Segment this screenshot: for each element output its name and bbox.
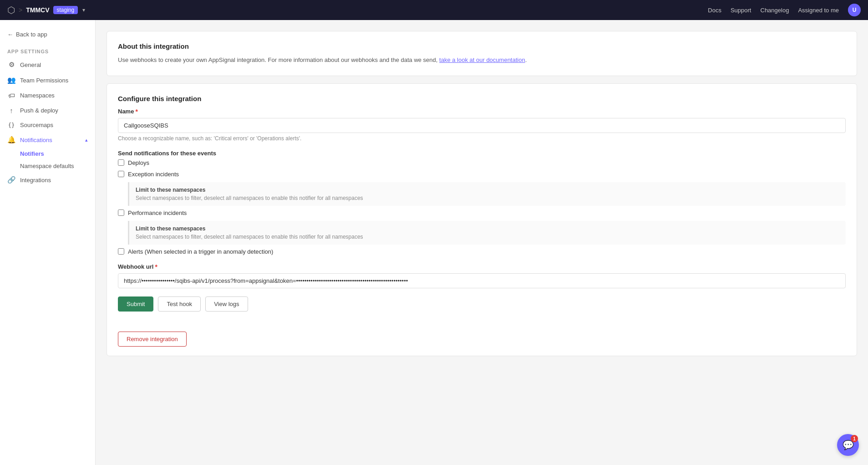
layout: ← Back to app APP SETTINGS ⚙ General 👥 T… xyxy=(0,20,868,465)
webhook-required-star: * xyxy=(155,263,157,271)
chat-bubble[interactable]: 💬 1 xyxy=(837,434,859,456)
deploys-checkbox[interactable] xyxy=(118,159,124,166)
name-required-star: * xyxy=(135,108,137,115)
main-content: About this integration Use webhooks to c… xyxy=(96,20,868,465)
sidebar-item-label-team-permissions: Team Permissions xyxy=(20,77,68,84)
alerts-label: Alerts (When selected in a trigger in an… xyxy=(128,248,273,255)
sidebar-item-integrations[interactable]: 🔗 Integrations xyxy=(0,172,95,188)
sidebar-item-label-notifications: Notifications xyxy=(20,137,52,143)
team-icon: 👥 xyxy=(7,76,15,84)
bell-icon: 🔔 xyxy=(7,136,15,144)
webhook-input[interactable] xyxy=(118,273,846,288)
assigned-to-me-link[interactable]: Assigned to me xyxy=(798,7,839,14)
env-badge[interactable]: staging xyxy=(53,6,78,14)
about-description: Use webhooks to create your own AppSigna… xyxy=(118,56,846,65)
performance-label: Performance incidents xyxy=(128,210,187,216)
name-hint: Choose a recognizable name, such as: 'Cr… xyxy=(118,135,846,142)
chevron-up-icon: ▴ xyxy=(85,137,88,143)
namespace-limit-box-2: Limit to these namespaces Select namespa… xyxy=(128,221,846,245)
alerts-checkbox-label[interactable]: Alerts (When selected in a trigger in an… xyxy=(118,248,846,255)
top-nav: ⬡ > TMMCV staging ▾ Docs Support Changel… xyxy=(0,0,868,20)
sidebar-item-label-push-deploy: Push & deploy xyxy=(20,107,58,114)
app-divider: > xyxy=(19,6,22,14)
events-label: Send notifications for these events xyxy=(118,150,846,157)
top-nav-left: ⬡ > TMMCV staging ▾ xyxy=(7,5,85,15)
about-title: About this integration xyxy=(118,42,846,50)
performance-checkbox-label[interactable]: Performance incidents xyxy=(118,210,846,216)
app-name: TMMCV xyxy=(26,6,49,14)
alerts-checkbox-group: Alerts (When selected in a trigger in an… xyxy=(118,248,846,255)
configure-card: Configure this integration Name * Choose… xyxy=(107,83,857,356)
namespace-limit-title-2: Limit to these namespaces xyxy=(136,225,839,232)
test-hook-button[interactable]: Test hook xyxy=(158,296,201,312)
sidebar-item-label-general: General xyxy=(20,61,41,68)
sidebar-subitem-notifiers[interactable]: Notifiers xyxy=(20,148,95,160)
sidebar-item-label-integrations: Integrations xyxy=(20,177,51,184)
view-logs-button[interactable]: View logs xyxy=(205,296,248,312)
support-link[interactable]: Support xyxy=(731,7,751,14)
remove-integration-button[interactable]: Remove integration xyxy=(118,332,187,347)
alerts-checkbox[interactable] xyxy=(118,248,124,255)
performance-checkbox[interactable] xyxy=(118,210,124,216)
name-input[interactable] xyxy=(118,118,846,133)
action-buttons: Submit Test hook View logs xyxy=(118,296,846,312)
sidebar-item-notifications[interactable]: 🔔 Notifications ▴ xyxy=(0,132,95,148)
exception-incidents-checkbox-label[interactable]: Exception incidents xyxy=(118,171,846,178)
upload-icon: ↑ xyxy=(7,107,15,114)
events-form-group: Send notifications for these events Depl… xyxy=(118,150,846,255)
deploys-checkbox-label[interactable]: Deploys xyxy=(118,159,846,166)
gear-icon: ⚙ xyxy=(7,61,15,69)
notifications-subnav: Notifiers Namespace defaults xyxy=(0,148,95,172)
sidebar-item-team-permissions[interactable]: 👥 Team Permissions xyxy=(0,72,95,88)
chat-badge: 1 xyxy=(851,435,858,442)
name-form-group: Name * Choose a recognizable name, such … xyxy=(118,108,846,142)
avatar[interactable]: U xyxy=(848,4,861,16)
sidebar-item-namespaces[interactable]: 🏷 Namespaces xyxy=(0,88,95,103)
deploys-label: Deploys xyxy=(128,159,149,166)
namespace-limit-desc-1: Select namespaces to filter, deselect al… xyxy=(136,195,839,201)
about-card-body: About this integration Use webhooks to c… xyxy=(107,31,857,76)
tag-icon: 🏷 xyxy=(7,92,15,99)
exception-incidents-checkbox-group: Exception incidents xyxy=(118,171,846,178)
docs-link[interactable]: Docs xyxy=(708,7,721,14)
configure-card-body: Configure this integration Name * Choose… xyxy=(107,84,857,322)
back-to-app-label: Back to app xyxy=(16,31,47,38)
env-chevron-icon[interactable]: ▾ xyxy=(82,7,85,13)
remove-section: Remove integration xyxy=(107,322,857,356)
submit-button[interactable]: Submit xyxy=(118,296,153,312)
sourcemaps-icon: {} xyxy=(7,122,15,128)
exception-incidents-checkbox[interactable] xyxy=(118,171,124,177)
sidebar-item-push-deploy[interactable]: ↑ Push & deploy xyxy=(0,103,95,118)
configure-title: Configure this integration xyxy=(118,95,846,102)
top-nav-right: Docs Support Changelog Assigned to me U xyxy=(708,4,861,16)
webhook-form-group: Webhook url * xyxy=(118,263,846,288)
sidebar-item-label-namespaces: Namespaces xyxy=(20,92,55,99)
name-label: Name * xyxy=(118,108,846,115)
sidebar-item-label-sourcemaps: Sourcemaps xyxy=(20,122,53,128)
namespace-limit-desc-2: Select namespaces to filter, deselect al… xyxy=(136,234,839,240)
namespace-limit-box-1: Limit to these namespaces Select namespa… xyxy=(128,182,846,206)
about-card: About this integration Use webhooks to c… xyxy=(107,31,857,76)
back-arrow-icon: ← xyxy=(7,31,13,38)
sidebar: ← Back to app APP SETTINGS ⚙ General 👥 T… xyxy=(0,20,96,465)
exception-incidents-label: Exception incidents xyxy=(128,171,179,178)
documentation-link[interactable]: take a look at our documentation xyxy=(439,56,525,63)
webhook-label: Webhook url * xyxy=(118,263,846,271)
sidebar-subitem-namespace-defaults[interactable]: Namespace defaults xyxy=(20,160,95,172)
performance-checkbox-group: Performance incidents xyxy=(118,210,846,216)
sidebar-item-general[interactable]: ⚙ General xyxy=(0,57,95,72)
back-to-app-link[interactable]: ← Back to app xyxy=(0,27,95,45)
deploys-checkbox-group: Deploys xyxy=(118,159,846,166)
namespace-limit-title-1: Limit to these namespaces xyxy=(136,187,839,193)
changelog-link[interactable]: Changelog xyxy=(761,7,789,14)
app-logo-icon: ⬡ xyxy=(7,5,15,15)
app-settings-label: APP SETTINGS xyxy=(0,45,95,57)
sidebar-item-sourcemaps[interactable]: {} Sourcemaps xyxy=(0,118,95,132)
link-icon: 🔗 xyxy=(7,176,15,184)
